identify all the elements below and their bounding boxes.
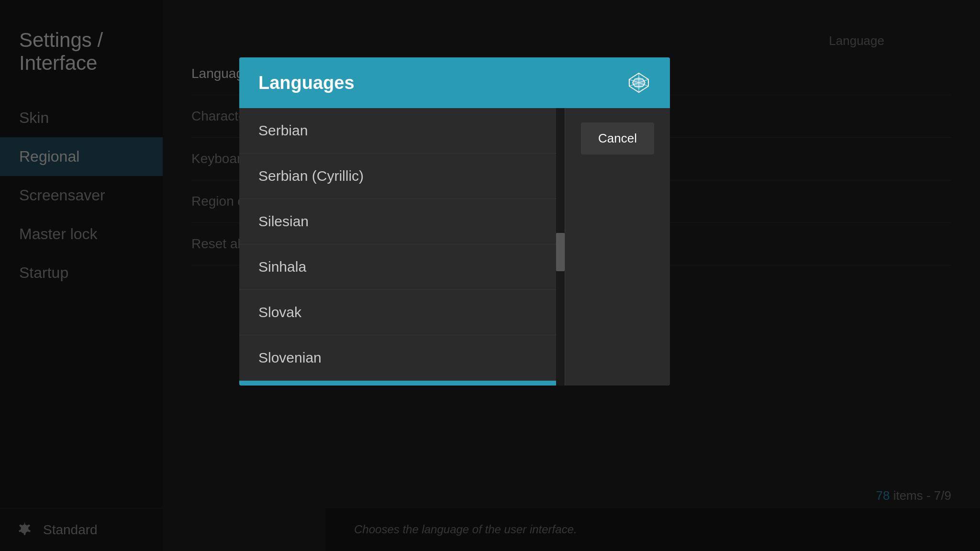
language-item-slovenian[interactable]: Slovenian	[239, 335, 556, 381]
scrollbar-track[interactable]	[556, 108, 565, 386]
modal-header: Languages	[239, 57, 670, 108]
language-item-serbian[interactable]: Serbian	[239, 108, 556, 154]
kodi-logo-icon	[627, 71, 651, 95]
language-item-slovak[interactable]: Slovak	[239, 290, 556, 335]
language-item-serbian-cyrillic[interactable]: Serbian (Cyrillic)	[239, 154, 556, 199]
languages-modal: Languages Serbian Serbian (Cyrillic) Sil…	[239, 57, 670, 386]
language-list: Serbian Serbian (Cyrillic) Silesian Sinh…	[239, 108, 556, 386]
language-item-silesian[interactable]: Silesian	[239, 199, 556, 244]
cancel-panel: Cancel	[565, 108, 670, 386]
language-item-spanish[interactable]: Spanish	[239, 381, 556, 386]
scrollbar-thumb[interactable]	[556, 233, 565, 271]
modal-title: Languages	[258, 73, 355, 93]
cancel-button[interactable]: Cancel	[581, 122, 654, 154]
language-item-sinhala[interactable]: Sinhala	[239, 244, 556, 290]
modal-body: Serbian Serbian (Cyrillic) Silesian Sinh…	[239, 108, 670, 386]
